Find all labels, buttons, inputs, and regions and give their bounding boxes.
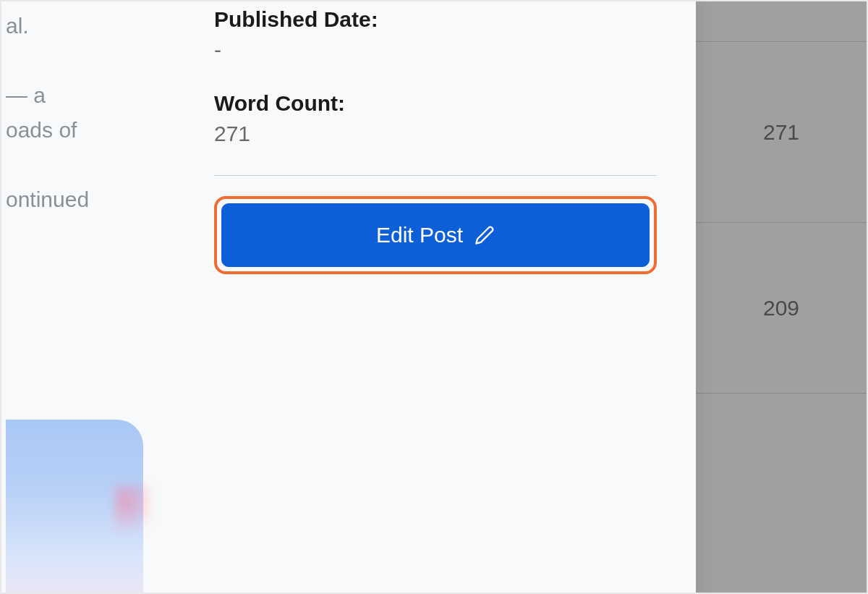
post-detail-panel: al. — a oads of ontinued Published Date:… <box>1 1 696 594</box>
post-body-preview: al. — a oads of ontinued <box>6 9 89 252</box>
post-metadata: Published Date: - Word Count: 271 Edit P… <box>214 7 657 274</box>
preview-line: — a oads of <box>6 78 89 148</box>
preview-line: ontinued <box>6 182 89 217</box>
list-row <box>696 394 867 594</box>
edit-post-highlight: Edit Post <box>214 196 657 274</box>
edit-post-button[interactable]: Edit Post <box>221 203 650 267</box>
post-thumbnail <box>6 420 143 593</box>
word-count-label: Word Count: <box>214 91 657 116</box>
section-divider <box>214 175 657 176</box>
published-date-value: - <box>214 38 657 62</box>
list-row-fragment <box>696 1 867 42</box>
list-row: 271 <box>696 42 867 223</box>
preview-line: al. <box>6 9 89 43</box>
pencil-icon <box>475 225 495 245</box>
word-count-value: 271 <box>214 122 657 146</box>
edit-post-label: Edit Post <box>376 223 463 247</box>
list-word-count: 271 <box>763 120 799 145</box>
list-row: 209 <box>696 223 867 394</box>
post-list-background: 271 209 <box>696 1 867 594</box>
published-date-label: Published Date: <box>214 7 657 32</box>
list-word-count: 209 <box>763 296 799 321</box>
